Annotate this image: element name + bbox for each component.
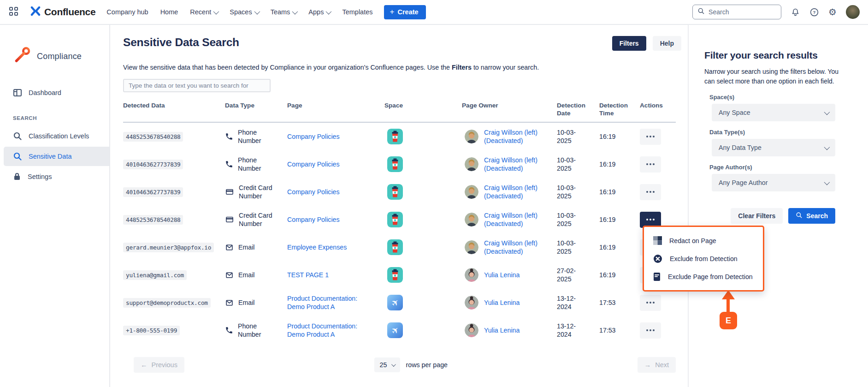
global-search-input[interactable] <box>709 8 768 16</box>
filter-panel-description: Narrow your search using the filters bel… <box>704 67 847 86</box>
detection-time: 16:19 <box>599 161 640 168</box>
sidebar-item-classification-levels[interactable]: Classification Levels <box>0 126 109 146</box>
page-link[interactable]: TEST PAGE 1 <box>287 271 329 279</box>
global-search[interactable] <box>692 5 781 19</box>
data-type-cell: Phone Number <box>225 156 287 173</box>
nav-item-templates[interactable]: Templates <box>342 8 372 16</box>
row-actions-button[interactable] <box>640 322 661 339</box>
detected-data-chip: 4485253678540288 <box>123 215 183 225</box>
previous-button[interactable]: ← Previous <box>134 357 184 373</box>
menu-item-exclude-page-from-detection[interactable]: Exclude Page from Detection <box>644 268 763 286</box>
data-type-label: Email <box>238 271 254 279</box>
nav-item-apps[interactable]: Apps <box>308 8 330 16</box>
page-owner-link[interactable]: Yulia Lenina <box>484 271 520 279</box>
filter-select-data-type-s-[interactable]: Any Data Type <box>712 139 835 156</box>
nav-item-home[interactable]: Home <box>160 8 178 16</box>
rows-per-page-select[interactable]: 25 <box>374 357 401 372</box>
page-title: Sensitive Data Search <box>123 36 676 49</box>
user-avatar[interactable] <box>846 5 860 19</box>
row-actions-button[interactable] <box>640 156 661 173</box>
coffee-space-icon <box>387 184 403 200</box>
page-cell: Company Policies <box>287 215 384 224</box>
page-link[interactable]: Employee Expenses <box>287 243 347 251</box>
app-switcher-icon[interactable] <box>9 7 19 17</box>
notifications-bell-icon[interactable] <box>791 7 800 17</box>
data-search-input[interactable] <box>123 79 271 92</box>
page-cell: Product Documentation: Demo Product A <box>287 322 384 339</box>
sidebar-item-label: Settings <box>28 173 52 180</box>
detected-data-cell: 4010463627737839 <box>123 160 225 168</box>
filter-search-button[interactable]: Search <box>788 208 835 224</box>
sidebar-item-settings[interactable]: Settings <box>0 167 109 186</box>
table-body: 4485253678540288Phone NumberCompany Poli… <box>123 123 676 344</box>
help-icon[interactable]: ? <box>809 7 819 17</box>
plane-space-icon: ✈ <box>387 295 403 310</box>
nav-item-teams[interactable]: Teams <box>271 8 297 16</box>
next-button[interactable]: → Next <box>638 357 676 373</box>
page-owner-link[interactable]: Yulia Lenina <box>484 298 520 307</box>
page-owner-link[interactable]: Craig Willson (left) (Deactivated) <box>484 211 554 228</box>
row-actions-button[interactable] <box>640 295 661 311</box>
page-link[interactable]: Company Policies <box>287 215 340 224</box>
nav-item-recent[interactable]: Recent <box>190 8 218 16</box>
confluence-mark-icon <box>30 6 41 18</box>
sidebar: Compliance DashboardSEARCHClassification… <box>0 25 110 387</box>
page-link[interactable]: Product Documentation: Demo Product A <box>287 294 368 311</box>
filter-select-page-author-s-[interactable]: Any Page Author <box>712 174 835 191</box>
page-link[interactable]: Company Policies <box>287 132 340 141</box>
create-button[interactable]: + Create <box>384 5 426 19</box>
help-button[interactable]: Help <box>653 36 681 51</box>
detected-data-cell: 4010463627737839 <box>123 188 225 196</box>
clear-filters-button[interactable]: Clear Filters <box>731 208 783 224</box>
row-actions-button[interactable] <box>640 184 661 200</box>
table-row: 4485253678540288Credit Card NumberCompan… <box>123 206 676 233</box>
space-cell <box>384 267 462 283</box>
filter-field: Page Author(s)Any Page Author <box>704 164 868 191</box>
page-owner-link[interactable]: Craig Willson (left) (Deactivated) <box>484 184 554 200</box>
settings-gear-icon[interactable]: ⚙ <box>828 7 837 17</box>
detection-date: 10-03-2025 <box>557 239 585 256</box>
sidebar-item-dashboard[interactable]: Dashboard <box>0 83 109 102</box>
filters-button[interactable]: Filters <box>612 36 646 51</box>
page-description: View the sensitive data that has been de… <box>123 64 676 71</box>
phone-icon <box>225 160 233 168</box>
menu-item-exclude-from-detection[interactable]: Exclude from Detection <box>644 250 763 268</box>
nav-item-company-hub[interactable]: Company hub <box>106 8 148 16</box>
search-icon <box>796 212 803 220</box>
page-cell: Company Policies <box>287 132 384 141</box>
page-owner-link[interactable]: Craig Willson (left) (Deactivated) <box>484 239 554 256</box>
page-owner-link[interactable]: Craig Willson (left) (Deactivated) <box>484 128 554 145</box>
column-header-space: Space <box>384 101 449 109</box>
table-row: 4010463627737839Credit Card NumberCompan… <box>123 178 676 206</box>
data-type-cell: Email <box>225 271 287 279</box>
detected-data-chip: yuliena@gmail.com <box>123 270 187 280</box>
filter-select-space-s-[interactable]: Any Space <box>712 104 835 121</box>
yulia-avatar <box>465 268 478 282</box>
chevron-down-icon <box>292 8 298 14</box>
sidebar-item-sensitive-data[interactable]: Sensitive Data <box>4 147 109 166</box>
confluence-logo[interactable]: Confluence <box>30 6 95 18</box>
nav-item-label: Apps <box>308 8 324 16</box>
row-actions-button[interactable] <box>640 129 661 145</box>
detection-date: 10-03-2025 <box>557 184 585 200</box>
page-owner-link[interactable]: Yulia Lenina <box>484 326 520 334</box>
menu-item-redact-on-page[interactable]: Redact on Page <box>644 232 763 250</box>
nav-item-spaces[interactable]: Spaces <box>230 8 258 16</box>
actions-cell <box>640 322 675 339</box>
plane-space-icon: ✈ <box>387 322 403 338</box>
data-type-label: Credit Card Number <box>239 184 275 200</box>
column-header-detection-date: Detection Date <box>557 101 590 117</box>
page-owner-cell: Craig Willson (left) (Deactivated) <box>462 239 557 256</box>
exclude-page-icon <box>653 272 661 281</box>
data-type-label: Phone Number <box>238 322 274 339</box>
page-link[interactable]: Company Policies <box>287 160 340 168</box>
email-icon <box>225 244 234 251</box>
detection-time: 16:19 <box>599 188 640 196</box>
page-owner-link[interactable]: Craig Willson (left) (Deactivated) <box>484 156 554 173</box>
page-link[interactable]: Company Policies <box>287 188 340 196</box>
page-link[interactable]: Product Documentation: Demo Product A <box>287 322 368 339</box>
space-cell <box>384 212 462 227</box>
dashboard-icon <box>13 88 22 97</box>
lock-icon <box>13 172 21 181</box>
brand-name: Confluence <box>44 6 95 18</box>
